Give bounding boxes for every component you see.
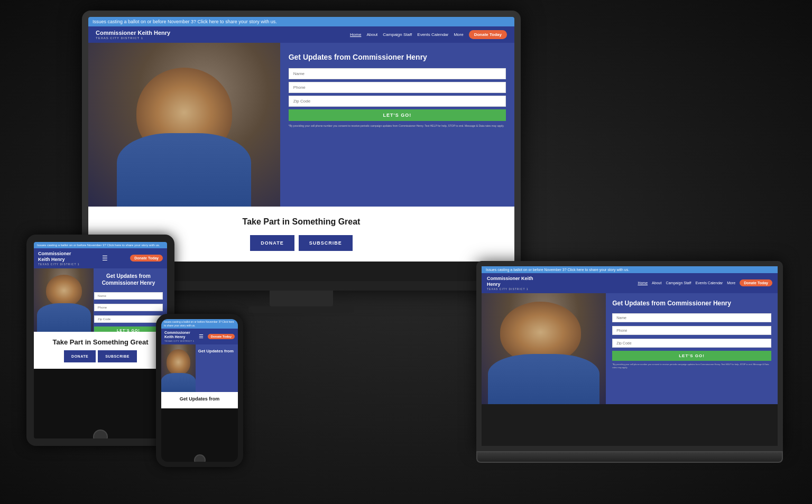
phone-alert-text: Issues casting a ballot on or before Nov…: [164, 320, 234, 327]
desktop-submit-button[interactable]: LET'S GO!: [289, 109, 506, 121]
desktop-navbar: Commissioner Keith Henry TEXAS CITY DIST…: [88, 26, 514, 43]
desktop-alert-text: Issues casting a ballot on or before Nov…: [93, 19, 277, 24]
tablet-site: Issues casting a ballot on or before Nov…: [34, 242, 167, 438]
desktop-hero-image: [88, 43, 280, 207]
tablet: Issues casting a ballot on or before Nov…: [26, 235, 174, 446]
nav-home[interactable]: Home: [350, 32, 361, 37]
desktop-hero-title: Get Updates from Commissioner Henry: [289, 52, 506, 62]
phone-get-updates: Get Updates from: [161, 392, 238, 408]
phone-site: Issues casting a ballot on or before Nov…: [161, 319, 238, 462]
desktop-disclaimer: *By providing your cell phone number you…: [289, 124, 506, 128]
hamburger-icon[interactable]: ☰: [102, 255, 108, 262]
laptop-nav-home[interactable]: Home: [638, 281, 648, 285]
phone-alert-bar[interactable]: Issues casting a ballot on or before Nov…: [161, 319, 238, 329]
laptop-brand: Commissioner KeithHenry TEXAS CITY DISTR…: [487, 276, 533, 291]
laptop-alert-bar[interactable]: Issues casting a ballot on or before Nov…: [482, 266, 778, 273]
nav-events[interactable]: Events Calendar: [417, 32, 448, 37]
desktop-hero-form-area: Get Updates from Commissioner Henry LET'…: [280, 43, 514, 137]
desktop-hero-person: [88, 43, 280, 207]
desktop-brand: Commissioner Keith Henry TEXAS CITY DIST…: [96, 30, 170, 40]
phone-hamburger-icon[interactable]: ☰: [199, 333, 204, 339]
nav-about[interactable]: About: [366, 32, 377, 37]
laptop-hero-person: [482, 293, 606, 404]
laptop-disclaimer: *By providing your cell phone number you…: [612, 363, 771, 369]
desktop-donate-card[interactable]: DONATE: [250, 235, 294, 251]
laptop: Issues casting a ballot on or before Nov…: [476, 261, 783, 472]
phone-home-button[interactable]: [194, 454, 206, 466]
desktop-name-input[interactable]: [289, 68, 506, 79]
laptop-brand-name: Commissioner KeithHenry: [487, 276, 533, 287]
laptop-navbar: Commissioner KeithHenry TEXAS CITY DISTR…: [482, 273, 778, 293]
tablet-donate-card[interactable]: DONATE: [64, 350, 96, 362]
tablet-take-part: Take Part in Something Great DONATE SUBS…: [34, 332, 167, 369]
tablet-donate-button[interactable]: Donate Today: [130, 255, 163, 262]
tablet-name-input[interactable]: [94, 292, 163, 300]
tablet-navbar: CommissionerKeith Henry TEXAS CITY DISTR…: [34, 248, 167, 268]
tablet-actions: DONATE SUBSCRIBE: [38, 350, 163, 362]
desktop-phone-input[interactable]: [289, 82, 506, 93]
tablet-brand-sub: TEXAS CITY DISTRICT 1: [38, 263, 80, 266]
phone-brand: CommissionerKeith Henry TEXAS CITY DISTR…: [164, 331, 195, 342]
laptop-submit-button[interactable]: LET'S GO!: [612, 351, 771, 361]
tablet-home-button[interactable]: [93, 430, 108, 444]
monitor-base: [248, 306, 354, 313]
laptop-nav-events[interactable]: Events Calendar: [696, 281, 723, 285]
tablet-hero-person: [34, 268, 94, 332]
tablet-submit-button[interactable]: LET'S GO!: [94, 326, 163, 332]
desktop-donate-button[interactable]: Donate Today: [469, 30, 507, 39]
laptop-nav-staff[interactable]: Campaign Staff: [666, 281, 691, 285]
phone-brand-sub: TEXAS CITY DISTRICT 1: [164, 340, 195, 342]
tablet-zip-input[interactable]: [94, 315, 163, 323]
tablet-alert-text: Issues casting a ballot on or before Nov…: [37, 244, 160, 247]
phone-navbar: CommissionerKeith Henry TEXAS CITY DISTR…: [161, 329, 238, 344]
phone-earpiece: [189, 315, 210, 317]
laptop-alert-text: Issues casting a ballot on or before Nov…: [486, 268, 629, 272]
desktop-take-part-title: Take Part in Something Great: [99, 217, 504, 227]
laptop-hero-form: Get Updates from Commissioner Henry LET'…: [606, 293, 778, 404]
desktop-brand-name: Commissioner Keith Henry: [96, 30, 170, 36]
desktop-zip-input[interactable]: [289, 96, 506, 107]
laptop-hero: Get Updates from Commissioner Henry LET'…: [482, 293, 778, 404]
phone-hero-title: Get Updates from: [196, 349, 236, 354]
monitor-stand: [270, 291, 333, 306]
phone-frame: Issues casting a ballot on or before Nov…: [156, 314, 243, 467]
laptop-hero-title: Get Updates from Commissioner Henry: [612, 300, 771, 308]
laptop-donate-button[interactable]: Donate Today: [740, 279, 772, 286]
laptop-nav-links: Home About Campaign Staff Events Calenda…: [638, 279, 772, 286]
phone-hero: Get Updates from: [161, 344, 238, 392]
desktop-brand-sub: TEXAS CITY DISTRICT 1: [96, 36, 170, 40]
tablet-alert-bar[interactable]: Issues casting a ballot on or before Nov…: [34, 242, 167, 248]
phone-brand-name: CommissionerKeith Henry: [164, 331, 195, 340]
tablet-phone-input[interactable]: [94, 304, 163, 311]
laptop-nav-about[interactable]: About: [652, 281, 661, 285]
laptop-phone-input[interactable]: [612, 326, 771, 335]
desktop-nav: Home About Campaign Staff Events Calenda…: [350, 30, 507, 39]
tablet-frame: Issues casting a ballot on or before Nov…: [26, 235, 174, 446]
nav-campaign-staff[interactable]: Campaign Staff: [383, 32, 412, 37]
phone: Issues casting a ballot on or before Nov…: [156, 314, 243, 467]
phone-get-title: Get Updates from: [164, 396, 235, 402]
tablet-brand-name: CommissionerKeith Henry: [38, 251, 80, 263]
tablet-take-part-title: Take Part in Something Great: [38, 338, 163, 346]
laptop-zip-input[interactable]: [612, 339, 771, 348]
laptop-site: Issues casting a ballot on or before Nov…: [482, 266, 778, 446]
desktop-hero: Get Updates from Commissioner Henry LET'…: [88, 43, 514, 207]
tablet-subscribe-card[interactable]: SUBSCRIBE: [98, 350, 137, 362]
laptop-base: [476, 451, 783, 463]
tablet-hero: Get Updates from Commissioner Henry LET'…: [34, 268, 167, 332]
nav-more[interactable]: More: [454, 32, 463, 37]
tablet-brand: CommissionerKeith Henry TEXAS CITY DISTR…: [38, 251, 80, 266]
phone-donate-button[interactable]: Donate Today: [208, 334, 235, 339]
laptop-screen: Issues casting a ballot on or before Nov…: [476, 261, 783, 451]
desktop-alert-bar[interactable]: Issues casting a ballot on or before Nov…: [88, 17, 514, 26]
laptop-nav-more[interactable]: More: [727, 281, 735, 285]
tablet-hero-title: Get Updates from Commissioner Henry: [94, 273, 163, 286]
phone-hero-person: [161, 344, 196, 392]
desktop-subscribe-card[interactable]: SUBSCRIBE: [299, 235, 353, 251]
laptop-brand-sub: TEXAS CITY DISTRICT 1: [487, 287, 533, 291]
laptop-name-input[interactable]: [612, 313, 771, 322]
scene: Issues casting a ballot on or before Nov…: [0, 0, 812, 504]
